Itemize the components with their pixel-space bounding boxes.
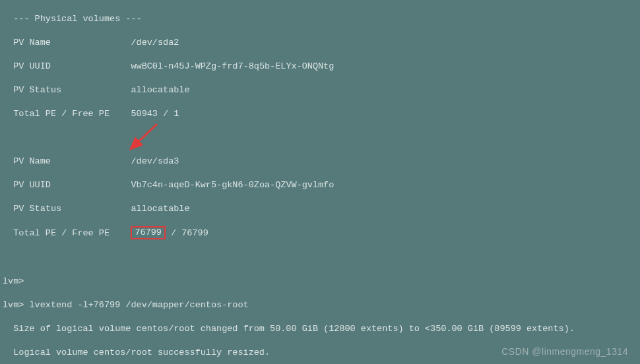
pv1-name: PV Name /dev/sda2 [3, 37, 637, 49]
value: wwBC0l-n45J-WPZg-frd7-8q5b-ELYx-ONQNtg [125, 61, 334, 71]
terminal-output: --- Physical volumes --- PV Name /dev/sd… [0, 0, 640, 364]
label: PV UUID [3, 180, 125, 190]
pv2-pe: Total PE / Free PE 76799 / 76799 [3, 227, 637, 240]
value: Vb7c4n-aqeD-Kwr5-gkN6-0Zoa-QZVW-gvlmfo [125, 180, 334, 190]
value: allocatable [125, 204, 189, 214]
highlight-box: 76799 [131, 226, 166, 239]
pv1-status: PV Status allocatable [3, 84, 637, 96]
lvm-lvextend[interactable]: lvm> lvextend -l+76799 /dev/mapper/cento… [3, 299, 637, 311]
value: allocatable [125, 85, 189, 95]
watermark: CSDN @linmengmeng_1314 [501, 346, 628, 357]
label: PV Status [3, 204, 125, 214]
value: 50943 / 1 [125, 109, 179, 119]
label: Total PE / Free PE [3, 228, 125, 238]
blank [3, 132, 637, 144]
pv-header: --- Physical volumes --- [3, 13, 637, 25]
label: PV Status [3, 85, 125, 95]
pv1-pe: Total PE / Free PE 50943 / 1 [3, 108, 637, 120]
label: PV Name [3, 38, 125, 47]
lvm-out1: Size of logical volume centos/root chang… [3, 323, 637, 335]
value: /dev/sda3 [125, 156, 179, 166]
label: PV Name [3, 156, 125, 166]
pv2-uuid: PV UUID Vb7c4n-aqeD-Kwr5-gkN6-0Zoa-QZVW-… [3, 179, 637, 191]
value: /dev/sda2 [125, 38, 179, 47]
lvm-prompt[interactable]: lvm> [3, 276, 637, 288]
label: Total PE / Free PE [3, 109, 125, 119]
pv2-status: PV Status allocatable [3, 203, 637, 215]
pe-after: / 76799 [166, 228, 208, 238]
pe-before [125, 228, 131, 238]
blank [3, 252, 637, 264]
label: PV UUID [3, 61, 125, 71]
prompt: lvm> [3, 300, 30, 310]
pv2-name: PV Name /dev/sda3 [3, 156, 637, 167]
pv1-uuid: PV UUID wwBC0l-n45J-WPZg-frd7-8q5b-ELYx-… [3, 61, 637, 73]
command: lvextend -l+76799 /dev/mapper/centos-roo… [30, 300, 249, 310]
